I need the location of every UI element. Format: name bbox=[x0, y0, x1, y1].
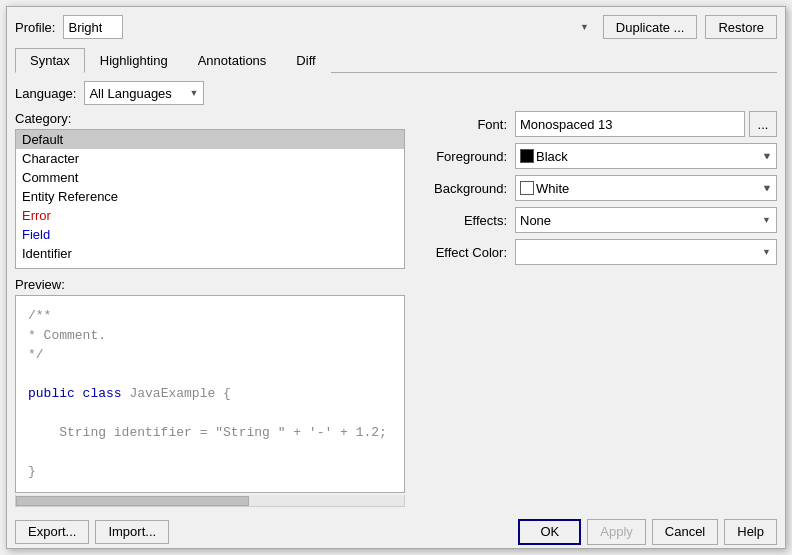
font-row: Font: ... bbox=[417, 111, 777, 137]
effects-select-wrapper: None bbox=[515, 207, 777, 233]
left-panel: Language: All Languages Category: Defaul… bbox=[15, 81, 405, 507]
tab-annotations[interactable]: Annotations bbox=[183, 48, 282, 73]
import-button[interactable]: Import... bbox=[95, 520, 169, 544]
background-row: Background: White ▼ bbox=[417, 175, 777, 201]
preview-line-7: String identifier = "String " + '-' + 1.… bbox=[28, 423, 392, 443]
font-input[interactable] bbox=[515, 111, 745, 137]
background-color-select[interactable]: White ▼ bbox=[515, 175, 777, 201]
category-label: Category: bbox=[15, 111, 405, 126]
background-select-wrapper: White ▼ bbox=[515, 175, 777, 201]
foreground-dropdown-icon: ▼ bbox=[763, 151, 772, 161]
right-panel: Font: ... Foreground: Black ▼ bbox=[417, 81, 777, 507]
restore-button[interactable]: Restore bbox=[705, 15, 777, 39]
effects-select[interactable]: None bbox=[515, 207, 777, 233]
bottom-left-buttons: Export... Import... bbox=[15, 520, 169, 544]
category-item-comment[interactable]: Comment bbox=[16, 168, 404, 187]
preview-section: Preview: /** * Comment. */ public class … bbox=[15, 277, 405, 507]
category-list: Default Character Comment Entity Referen… bbox=[15, 129, 405, 269]
preview-scrollbar[interactable] bbox=[15, 495, 405, 507]
language-select[interactable]: All Languages bbox=[84, 81, 204, 105]
export-button[interactable]: Export... bbox=[15, 520, 89, 544]
help-button[interactable]: Help bbox=[724, 519, 777, 545]
preview-scrollbar-thumb[interactable] bbox=[16, 496, 249, 506]
preview-line-4 bbox=[28, 365, 392, 385]
tab-syntax[interactable]: Syntax bbox=[15, 48, 85, 73]
profile-label: Profile: bbox=[15, 20, 55, 35]
foreground-color-text: Black bbox=[536, 149, 759, 164]
background-color-swatch bbox=[520, 181, 534, 195]
cancel-button[interactable]: Cancel bbox=[652, 519, 718, 545]
bottom-right-buttons: OK Apply Cancel Help bbox=[518, 519, 777, 545]
category-item-field[interactable]: Field bbox=[16, 225, 404, 244]
tab-diff[interactable]: Diff bbox=[281, 48, 330, 73]
preview-line-1: /** bbox=[28, 306, 392, 326]
profile-select[interactable]: Bright bbox=[63, 15, 123, 39]
background-dropdown-icon: ▼ bbox=[763, 183, 772, 193]
preview-line-9: } bbox=[28, 462, 392, 482]
profile-select-wrapper: Bright bbox=[63, 15, 594, 39]
foreground-color-swatch bbox=[520, 149, 534, 163]
preview-label: Preview: bbox=[15, 277, 405, 292]
effect-color-select[interactable] bbox=[515, 239, 777, 265]
ok-button[interactable]: OK bbox=[518, 519, 581, 545]
preview-box: /** * Comment. */ public class JavaExamp… bbox=[15, 295, 405, 493]
foreground-color-select[interactable]: Black ▼ bbox=[515, 143, 777, 169]
language-row: Language: All Languages bbox=[15, 81, 405, 105]
category-item-entity-reference[interactable]: Entity Reference bbox=[16, 187, 404, 206]
category-item-default[interactable]: Default bbox=[16, 130, 404, 149]
bottom-row: Export... Import... OK Apply Cancel Help bbox=[15, 515, 777, 545]
category-item-identifier[interactable]: Identifier bbox=[16, 244, 404, 263]
foreground-row: Foreground: Black ▼ bbox=[417, 143, 777, 169]
category-item-error[interactable]: Error bbox=[16, 206, 404, 225]
background-label: Background: bbox=[417, 181, 507, 196]
preview-line-5: public class JavaExample { bbox=[28, 384, 392, 404]
language-label: Language: bbox=[15, 86, 76, 101]
preview-line-3: */ bbox=[28, 345, 392, 365]
category-item-character[interactable]: Character bbox=[16, 149, 404, 168]
effects-row: Effects: None bbox=[417, 207, 777, 233]
apply-button[interactable]: Apply bbox=[587, 519, 646, 545]
preview-line-2: * Comment. bbox=[28, 326, 392, 346]
effect-color-label: Effect Color: bbox=[417, 245, 507, 260]
effect-color-row: Effect Color: bbox=[417, 239, 777, 265]
background-color-text: White bbox=[536, 181, 759, 196]
font-browse-button[interactable]: ... bbox=[749, 111, 777, 137]
duplicate-button[interactable]: Duplicate ... bbox=[603, 15, 698, 39]
font-input-row: ... bbox=[515, 111, 777, 137]
preview-line-8 bbox=[28, 443, 392, 463]
foreground-label: Foreground: bbox=[417, 149, 507, 164]
preview-line-6 bbox=[28, 404, 392, 424]
language-select-wrapper: All Languages bbox=[84, 81, 204, 105]
tabs-row: Syntax Highlighting Annotations Diff bbox=[15, 47, 777, 73]
effects-label: Effects: bbox=[417, 213, 507, 228]
foreground-select-wrapper: Black ▼ bbox=[515, 143, 777, 169]
dialog: Profile: Bright Duplicate ... Restore Sy… bbox=[6, 6, 786, 549]
profile-row: Profile: Bright Duplicate ... Restore bbox=[15, 15, 777, 39]
effect-color-select-wrapper bbox=[515, 239, 777, 265]
font-label: Font: bbox=[417, 117, 507, 132]
tab-highlighting[interactable]: Highlighting bbox=[85, 48, 183, 73]
main-content: Language: All Languages Category: Defaul… bbox=[15, 81, 777, 507]
